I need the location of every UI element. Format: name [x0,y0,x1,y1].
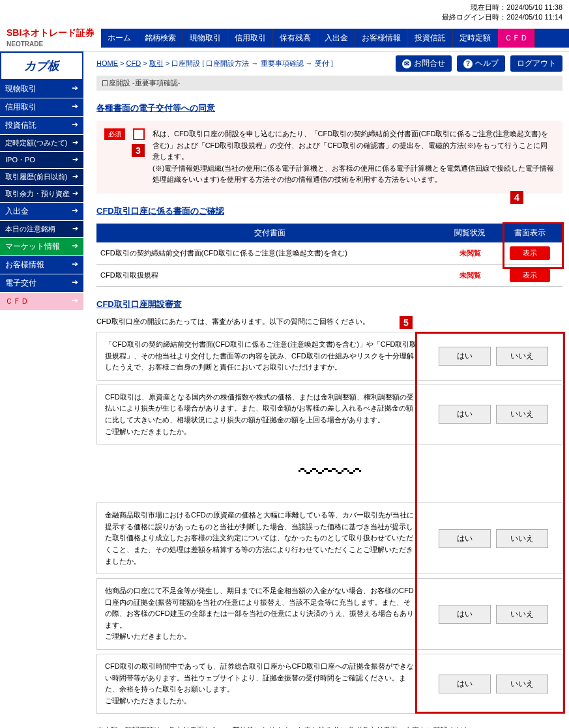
callout-3: 3 [132,144,145,157]
breadcrumb-link[interactable]: CFD [126,59,141,67]
sidebar-item[interactable]: 現物取引➔ [0,80,83,98]
nav-保有残高[interactable]: 保有残高 [273,29,318,48]
sidebar-item[interactable]: 取引余力・預り資産➔ [0,186,83,203]
nav-ＣＦＤ[interactable]: ＣＦＤ [498,29,535,48]
header-bar: SBIネオトレード証券 NEOTRADE ホーム銘柄検索現物取引信用取引保有残高… [0,25,569,51]
help-icon: ? [463,59,473,68]
note-text: ※上記の確認事項は、各交付書面からの一部抜粋になります。お申し込み前に必ず各交付… [96,725,562,728]
display-column-highlight [503,222,564,269]
nav-ホーム[interactable]: ホーム [101,29,138,48]
nav-現物取引[interactable]: 現物取引 [183,29,228,48]
doc-table: 交付書面閲覧状況書面表示 CFD取引の契約締結前交付書面(CFD取引に係るご注意… [96,224,562,287]
sidebar-item[interactable]: ＣＦＤ➔ [0,293,83,311]
nav-投資信託[interactable]: 投資信託 [408,29,453,48]
help-button[interactable]: ?ヘルプ [457,55,505,72]
callout-5: 5 [400,316,413,329]
logo: SBIネオトレード証券 NEOTRADE [0,25,101,51]
sidebar-item[interactable]: 信用取引➔ [0,98,83,117]
sidebar: カブ板 現物取引➔信用取引➔投資信託➔定時定額(つみたて)➔IPO・PO➔取引履… [0,51,83,728]
display-button[interactable]: 表示 [510,269,550,282]
sidebar-item[interactable]: マーケット情報➔ [0,238,83,256]
nav-定時定額[interactable]: 定時定額 [453,29,498,48]
required-tag: 必須 [104,128,125,140]
consent-checkbox[interactable] [133,128,145,140]
review-lead: CFD取引口座の開設にあたっては、審査があります。以下の質問にご回答ください。 [96,317,562,327]
review-heading: CFD取引口座開設審査 [96,298,562,310]
sidebar-item[interactable]: お客様情報➔ [0,256,83,274]
kabu-logo: カブ板 [0,51,83,80]
breadcrumb-link[interactable]: 取引 [149,59,164,67]
sidebar-item[interactable]: IPO・PO➔ [0,152,83,169]
page-title: 口座開設 -重要事項確認- [96,76,562,91]
nav-信用取引[interactable]: 信用取引 [228,29,273,48]
logout-button[interactable]: ログアウト [510,55,562,72]
mail-icon: ✉ [402,59,411,68]
breadcrumb: HOME > CFD > 取引 > 口座開設 [ 口座開設方法 → 重要事項確認… [96,59,333,68]
header-datetime: 現在日時：2024/05/10 11:38 最終ログイン日時：2024/05/1… [0,0,569,25]
nav-お客様情報[interactable]: お客様情報 [355,29,408,48]
doc-heading: CFD取引口座に係る書面のご確認 [96,205,562,217]
breadcrumb-link[interactable]: HOME [96,59,118,67]
sidebar-item[interactable]: 電子交付➔ [0,274,83,293]
sidebar-item[interactable]: 入出金➔ [0,203,83,221]
consent-heading: 各種書面の電子交付等への同意 [96,102,562,114]
sidebar-item[interactable]: 投資信託➔ [0,117,83,135]
table-row: CFD取引取扱規程未閲覧表示 [96,264,562,286]
sidebar-item[interactable]: 本日の注意銘柄➔ [0,221,83,238]
table-header: 交付書面 [96,224,443,242]
nav-入出金[interactable]: 入出金 [318,29,355,48]
consent-box: 必須 3 私は、CFD取引口座の開設を申し込むにあたり、「CFD取引の契約締結前… [96,121,562,194]
callout-4: 4 [510,191,523,204]
answer-column-highlight [415,332,565,714]
contact-button[interactable]: ✉お問合せ [396,55,452,72]
nav-銘柄検索[interactable]: 銘柄検索 [138,29,183,48]
table-header: 閲覧状況 [443,224,497,242]
sidebar-item[interactable]: 取引履歴(前日以前)➔ [0,169,83,186]
table-row: CFD取引の契約締結前交付書面(CFD取引に係るご注意(注意喚起文書)を含む)未… [96,242,562,265]
main-content: HOME > CFD > 取引 > 口座開設 [ 口座開設方法 → 重要事項確認… [83,51,569,728]
top-nav: ホーム銘柄検索現物取引信用取引保有残高入出金お客様情報投資信託定時定額ＣＦＤ [101,29,569,48]
sidebar-item[interactable]: 定時定額(つみたて)➔ [0,135,83,152]
